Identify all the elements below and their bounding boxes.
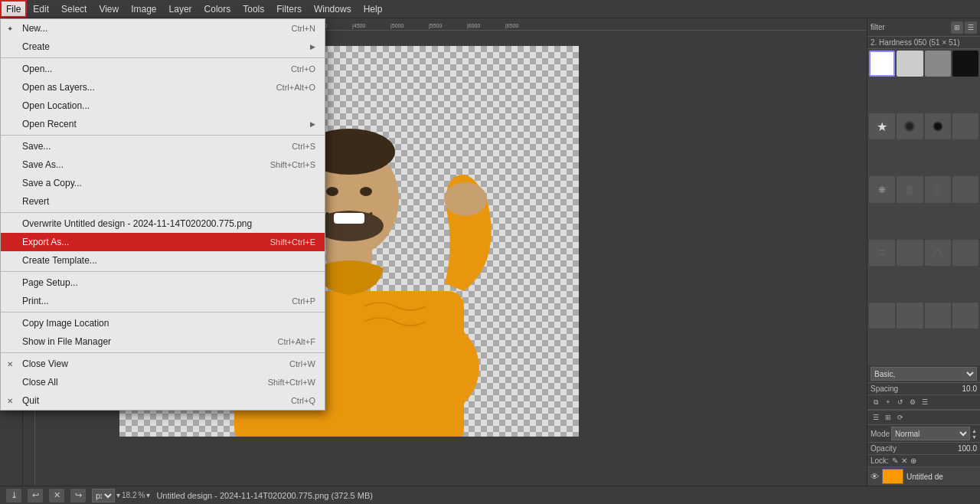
save-label: Save... — [22, 141, 292, 152]
menu-item-close-view[interactable]: ✕ Close View Ctrl+W — [1, 355, 325, 373]
close-all-shortcut: Shift+Ctrl+W — [268, 378, 315, 387]
menu-item-create[interactable]: Create — [1, 38, 325, 56]
close-all-label: Close All — [22, 377, 268, 388]
print-shortcut: Ctrl+P — [292, 296, 315, 306]
menu-item-open[interactable]: Open... Ctrl+O — [1, 60, 325, 78]
page-setup-label: Page Setup... — [22, 277, 315, 288]
close-view-shortcut: Ctrl+W — [289, 359, 315, 368]
quit-label: Quit — [22, 395, 291, 406]
export-as-label: Export As... — [22, 237, 270, 247]
overwrite-label: Overwrite Untitled design - 2024-11-14T0… — [22, 218, 315, 229]
separator-5 — [1, 312, 325, 313]
revert-label: Revert — [22, 196, 315, 207]
show-file-manager-label: Show in File Manager — [22, 336, 277, 347]
menu-item-print[interactable]: Print... Ctrl+P — [1, 292, 325, 310]
menu-item-save-as[interactable]: Save As... Shift+Ctrl+S — [1, 155, 325, 174]
quit-icon: ✕ — [7, 397, 13, 405]
save-as-label: Save As... — [22, 159, 270, 170]
open-layers-label: Open as Layers... — [22, 82, 276, 93]
save-shortcut: Ctrl+S — [292, 142, 315, 151]
close-view-icon: ✕ — [7, 360, 13, 368]
create-label: Create — [22, 41, 310, 52]
menu-item-page-setup[interactable]: Page Setup... — [1, 273, 325, 292]
menu-item-open-layers[interactable]: Open as Layers... Ctrl+Alt+O — [1, 78, 325, 97]
create-template-label: Create Template... — [22, 255, 315, 266]
open-location-label: Open Location... — [22, 100, 315, 111]
file-dropdown-menu: ✦ New... Ctrl+N Create Open... Ctrl+O Op… — [0, 18, 325, 411]
menu-item-open-recent[interactable]: Open Recent — [1, 115, 325, 133]
save-copy-label: Save a Copy... — [22, 178, 315, 188]
new-icon: ✦ — [7, 25, 13, 33]
open-label: Open... — [22, 64, 291, 74]
separator-6 — [1, 352, 325, 353]
quit-shortcut: Ctrl+Q — [291, 396, 315, 405]
menu-item-export-as[interactable]: Export As... Shift+Ctrl+E — [1, 233, 325, 251]
separator-2 — [1, 135, 325, 136]
menu-item-new[interactable]: ✦ New... Ctrl+N — [1, 19, 325, 38]
separator-1 — [1, 57, 325, 58]
open-shortcut: Ctrl+O — [291, 64, 315, 74]
open-layers-shortcut: Ctrl+Alt+O — [276, 83, 315, 92]
menu-item-overwrite[interactable]: Overwrite Untitled design - 2024-11-14T0… — [1, 214, 325, 233]
separator-4 — [1, 271, 325, 272]
new-label: New... — [22, 23, 292, 34]
print-label: Print... — [22, 296, 292, 306]
open-recent-label: Open Recent — [22, 119, 310, 129]
export-as-shortcut: Shift+Ctrl+E — [270, 237, 315, 247]
show-file-manager-shortcut: Ctrl+Alt+F — [277, 337, 315, 346]
menu-item-save[interactable]: Save... Ctrl+S — [1, 137, 325, 155]
save-as-shortcut: Shift+Ctrl+S — [270, 160, 315, 169]
menu-item-open-location[interactable]: Open Location... — [1, 97, 325, 115]
new-shortcut: Ctrl+N — [292, 24, 315, 33]
menu-item-save-copy[interactable]: Save a Copy... — [1, 174, 325, 192]
menu-item-copy-location[interactable]: Copy Image Location — [1, 314, 325, 332]
close-view-label: Close View — [22, 358, 289, 369]
menu-item-quit[interactable]: ✕ Quit Ctrl+Q — [1, 391, 325, 410]
separator-3 — [1, 212, 325, 213]
menu-item-revert[interactable]: Revert — [1, 192, 325, 211]
copy-location-label: Copy Image Location — [22, 318, 315, 329]
menu-item-close-all[interactable]: Close All Shift+Ctrl+W — [1, 373, 325, 391]
menu-item-show-file-manager[interactable]: Show in File Manager Ctrl+Alt+F — [1, 332, 325, 351]
menu-item-create-template[interactable]: Create Template... — [1, 251, 325, 270]
